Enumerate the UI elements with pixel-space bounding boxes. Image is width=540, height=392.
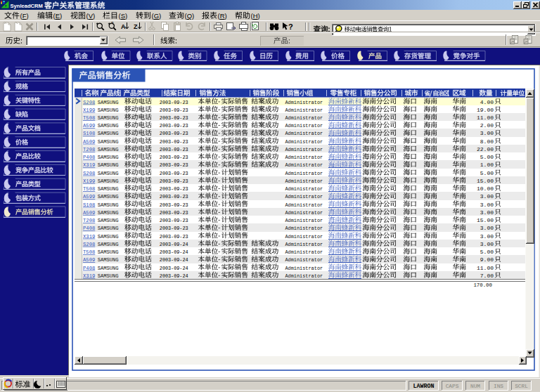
svg-text:T508: T508 bbox=[83, 249, 95, 255]
svg-text:Administrator: Administrator bbox=[285, 115, 323, 121]
svg-text:2003-09-23: 2003-09-23 bbox=[160, 147, 188, 152]
svg-text:Administrator: Administrator bbox=[285, 123, 323, 129]
svg-text:7.00: 7.00 bbox=[480, 273, 494, 279]
svg-text:Administrator: Administrator bbox=[285, 218, 323, 223]
svg-text:SynleadCRM: SynleadCRM bbox=[11, 3, 43, 9]
svg-text:SAMSUNG: SAMSUNG bbox=[98, 162, 119, 168]
svg-text:Administrator: Administrator bbox=[285, 242, 323, 247]
svg-text:Administrator: Administrator bbox=[285, 210, 323, 216]
svg-text:S108: S108 bbox=[83, 202, 95, 208]
svg-text:SAMSUNG: SAMSUNG bbox=[98, 218, 119, 223]
svg-text:2003-09-23: 2003-09-23 bbox=[160, 131, 188, 136]
svg-text:Administrator: Administrator bbox=[285, 257, 323, 263]
svg-text:Administrator: Administrator bbox=[285, 100, 323, 105]
svg-text:P408: P408 bbox=[83, 226, 95, 231]
svg-text:T208: T208 bbox=[83, 218, 95, 223]
svg-text:S208: S208 bbox=[83, 100, 95, 105]
svg-text:Administrator: Administrator bbox=[285, 186, 323, 192]
svg-text:(E): (E) bbox=[53, 12, 63, 20]
svg-text:2003-09-23: 2003-09-23 bbox=[160, 107, 188, 113]
svg-text:A509: A509 bbox=[83, 139, 95, 145]
svg-text:Administrator: Administrator bbox=[285, 266, 323, 271]
svg-text:2003-09-24: 2003-09-24 bbox=[160, 266, 188, 271]
svg-text:2003-09-23: 2003-09-23 bbox=[160, 202, 188, 208]
svg-text:SAMSUNG: SAMSUNG bbox=[98, 242, 119, 247]
svg-text:2003-09-23: 2003-09-23 bbox=[160, 155, 188, 160]
svg-text:SAMSUNG: SAMSUNG bbox=[98, 131, 119, 136]
svg-text:2003-09-24: 2003-09-24 bbox=[160, 249, 188, 255]
svg-text:Administrator: Administrator bbox=[285, 162, 323, 168]
svg-text:SAMSUNG: SAMSUNG bbox=[98, 178, 119, 184]
svg-text:X199: X199 bbox=[83, 178, 95, 184]
svg-text:CAPS: CAPS bbox=[446, 384, 459, 389]
svg-text:A599: A599 bbox=[83, 123, 95, 129]
svg-text:SAMSUNG: SAMSUNG bbox=[98, 249, 119, 255]
svg-text:2003-09-23: 2003-09-23 bbox=[160, 218, 188, 223]
svg-text:5.00: 5.00 bbox=[480, 249, 494, 255]
svg-text:Administrator: Administrator bbox=[285, 226, 323, 231]
svg-text:T508: T508 bbox=[83, 186, 95, 192]
svg-text:(G): (G) bbox=[152, 12, 162, 20]
svg-text:Z: Z bbox=[134, 23, 138, 30]
svg-text:2003-09-23: 2003-09-23 bbox=[160, 186, 188, 192]
svg-text:(V): (V) bbox=[86, 12, 96, 20]
svg-text:3.00: 3.00 bbox=[480, 225, 494, 231]
svg-text:2003-09-23: 2003-09-23 bbox=[160, 139, 188, 145]
svg-text:(H): (H) bbox=[251, 12, 260, 20]
svg-text:9.00: 9.00 bbox=[480, 256, 494, 263]
svg-text:2003-09-23: 2003-09-23 bbox=[160, 162, 188, 168]
svg-text:Administrator: Administrator bbox=[285, 202, 323, 208]
svg-text:(S): (S) bbox=[119, 12, 128, 20]
svg-text:2003-09-23: 2003-09-23 bbox=[160, 226, 188, 231]
svg-text:SAMSUNG: SAMSUNG bbox=[98, 123, 119, 129]
svg-text:LAWRON: LAWRON bbox=[413, 383, 435, 389]
svg-text:P408: P408 bbox=[83, 155, 95, 160]
svg-text:X319: X319 bbox=[83, 234, 95, 240]
svg-text:SAMSUNG: SAMSUNG bbox=[98, 202, 119, 208]
svg-text:2.00: 2.00 bbox=[480, 122, 494, 129]
svg-text:SAMSUNG: SAMSUNG bbox=[98, 115, 119, 121]
svg-text:INS: INS bbox=[494, 384, 503, 389]
svg-text:X199: X199 bbox=[83, 107, 95, 113]
svg-text:3.00: 3.00 bbox=[480, 130, 494, 136]
svg-text:SAMSUNG: SAMSUNG bbox=[98, 155, 119, 160]
svg-text:Administrator: Administrator bbox=[285, 171, 323, 176]
svg-text:2003-09-23: 2003-09-23 bbox=[160, 210, 188, 216]
svg-text:Administrator: Administrator bbox=[285, 178, 323, 184]
svg-text:2003-09-23: 2003-09-23 bbox=[160, 171, 188, 176]
svg-text:SAMSUNG: SAMSUNG bbox=[98, 273, 119, 279]
svg-text:?: ? bbox=[288, 22, 293, 31]
svg-text:SAMSUNG: SAMSUNG bbox=[98, 186, 119, 192]
svg-text:SAMSUNG: SAMSUNG bbox=[98, 171, 119, 176]
svg-text:T508: T508 bbox=[83, 115, 95, 121]
svg-text:5.00: 5.00 bbox=[480, 154, 494, 160]
svg-text:SAMSUNG: SAMSUNG bbox=[98, 226, 119, 231]
svg-text:Administrator: Administrator bbox=[285, 273, 323, 279]
svg-text:2003-09-24: 2003-09-24 bbox=[160, 273, 188, 279]
svg-text:15.00: 15.00 bbox=[477, 217, 494, 223]
svg-text:170.00: 170.00 bbox=[473, 282, 492, 288]
svg-text:X319: X319 bbox=[83, 162, 95, 168]
svg-text:SAMSUNG: SAMSUNG bbox=[98, 257, 119, 263]
svg-text:3.00: 3.00 bbox=[480, 233, 494, 240]
svg-text:SAMSUNG: SAMSUNG bbox=[98, 210, 119, 216]
svg-text:A509: A509 bbox=[83, 210, 95, 216]
svg-text:NUM: NUM bbox=[470, 384, 480, 389]
svg-text:Administrator: Administrator bbox=[285, 139, 323, 145]
svg-text:11.00: 11.00 bbox=[477, 265, 494, 271]
svg-text:22.00: 22.00 bbox=[477, 146, 494, 152]
svg-text:Administrator: Administrator bbox=[285, 131, 323, 136]
svg-text:3.00: 3.00 bbox=[480, 193, 494, 200]
svg-text:4.00: 4.00 bbox=[480, 99, 494, 105]
svg-text:SAMSUNG: SAMSUNG bbox=[98, 100, 119, 105]
svg-text:SAMSUNG: SAMSUNG bbox=[98, 234, 119, 240]
svg-text:SAMSUNG: SAMSUNG bbox=[98, 147, 119, 152]
svg-text:SAMSUNG: SAMSUNG bbox=[98, 139, 119, 145]
svg-text:SAMSUNG: SAMSUNG bbox=[98, 107, 119, 113]
svg-text:A509: A509 bbox=[83, 257, 95, 263]
svg-text:2003-09-23: 2003-09-23 bbox=[160, 194, 188, 200]
svg-text:1.00: 1.00 bbox=[480, 162, 494, 168]
svg-text:2003-09-24: 2003-09-24 bbox=[160, 242, 188, 247]
svg-text:P408: P408 bbox=[83, 266, 95, 271]
svg-text:2003-09-23: 2003-09-23 bbox=[160, 178, 188, 184]
